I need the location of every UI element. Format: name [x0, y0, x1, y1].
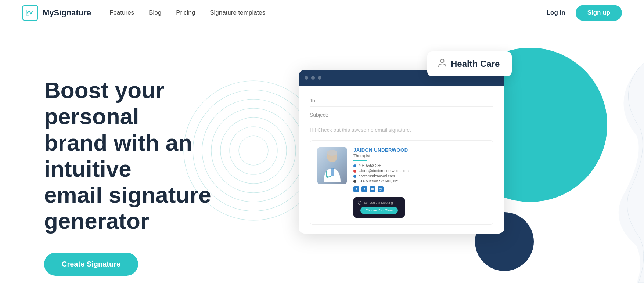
hero-section: Boost your personal brand with an intuit…: [0, 26, 644, 293]
create-signature-button[interactable]: Create Signature: [44, 253, 138, 276]
sig-name: JAIDON UNDERWOOD: [353, 147, 486, 153]
facebook-icon: f: [353, 186, 359, 192]
person-icon: [438, 58, 447, 70]
email-to-field: To:: [310, 95, 493, 107]
sig-web-row: doctorunderwood.com: [353, 174, 486, 178]
signature-photo: [317, 147, 347, 184]
email-preview-text: Hi! Check out this awesome email signatu…: [310, 127, 493, 133]
email-mock: Health Care To: Subject: Hi! Check out t…: [299, 48, 504, 234]
navbar: MySignature Features Blog Pricing Signat…: [0, 0, 644, 26]
logo-text: MySignature: [43, 8, 91, 18]
logo-icon: [22, 5, 38, 21]
email-subject-field: Subject:: [310, 109, 493, 121]
svg-point-8: [441, 59, 444, 63]
email-icon: @: [378, 186, 384, 192]
features-link[interactable]: Features: [109, 9, 134, 16]
right-wave-decoration: [571, 62, 644, 283]
nav-actions: Log in Sign up: [547, 5, 622, 21]
pricing-link[interactable]: Pricing: [176, 9, 195, 16]
sig-divider: [353, 160, 367, 161]
templates-link[interactable]: Signature templates: [210, 9, 265, 16]
blog-link[interactable]: Blog: [149, 9, 161, 16]
hero-text-block: Boost your personal brand with an intuit…: [44, 48, 250, 276]
login-button[interactable]: Log in: [547, 9, 565, 17]
calendar-widget: Schedule a Meeting Choose Your Time: [353, 197, 405, 218]
signup-button[interactable]: Sign up: [576, 5, 622, 21]
signature-card: JAIDON UNDERWOOD Therapist 403-5558-286 …: [310, 140, 493, 225]
clock-icon: [358, 201, 361, 205]
twitter-icon: t: [361, 186, 367, 192]
nav-links: Features Blog Pricing Signature template…: [109, 9, 265, 17]
sig-address-row: 814 Mission Str 600, NY: [353, 179, 486, 183]
svg-point-12: [326, 176, 328, 178]
badge-label: Health Care: [451, 59, 500, 69]
cal-cta-button[interactable]: Choose Your Time: [360, 207, 398, 214]
health-care-badge: Health Care: [427, 51, 512, 76]
email-card-body: To: Subject: Hi! Check out this awesome …: [299, 86, 504, 234]
sig-job-title: Therapist: [353, 153, 486, 158]
svg-rect-11: [331, 168, 334, 176]
cal-title: Schedule a Meeting: [364, 201, 393, 205]
logo[interactable]: MySignature: [22, 5, 91, 21]
sig-email-row: jaidon@doctorunderwood.com: [353, 169, 486, 173]
sig-socials: f t in @: [353, 186, 486, 192]
svg-point-10: [327, 150, 337, 156]
sig-phone-row: 403-5558-286: [353, 164, 486, 168]
signature-info: JAIDON UNDERWOOD Therapist 403-5558-286 …: [353, 147, 486, 218]
hero-title: Boost your personal brand with an intuit…: [44, 77, 250, 234]
cal-header: Schedule a Meeting: [358, 201, 400, 205]
linkedin-icon: in: [370, 186, 375, 192]
email-card: To: Subject: Hi! Check out this awesome …: [299, 70, 504, 234]
